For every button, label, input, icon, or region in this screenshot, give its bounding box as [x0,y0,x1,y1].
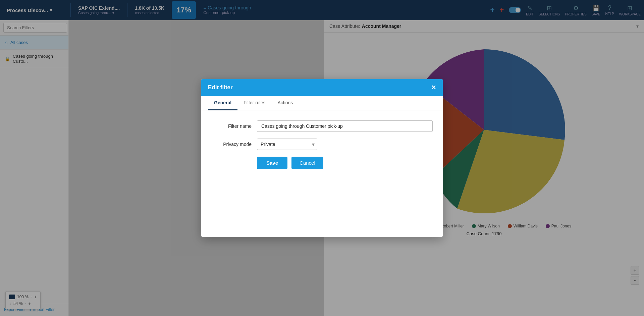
save-button[interactable]: Save [257,157,287,169]
modal-tabs: General Filter rules Actions [201,96,443,110]
edit-filter-modal: Edit filter ✕ General Filter rules Actio… [201,79,443,237]
privacy-mode-select[interactable]: Private Public Shared [257,139,317,150]
tab-actions[interactable]: Actions [272,96,299,110]
privacy-mode-select-wrap: Private Public Shared ▾ [257,139,317,150]
modal-overlay: Edit filter ✕ General Filter rules Actio… [0,0,644,316]
filter-name-label: Filter name [211,123,252,129]
filter-name-input[interactable] [257,120,433,132]
modal-title: Edit filter [208,84,233,91]
cancel-button[interactable]: Cancel [291,157,323,169]
privacy-mode-label: Privacy mode [211,142,252,147]
modal-header: Edit filter ✕ [201,79,443,96]
modal-body: Filter name Privacy mode Private Public … [201,110,443,179]
modal-close-btn[interactable]: ✕ [431,84,436,91]
filter-name-row: Filter name [211,120,433,132]
privacy-mode-row: Privacy mode Private Public Shared ▾ [211,139,433,150]
tab-filter-rules[interactable]: Filter rules [237,96,271,110]
tab-general[interactable]: General [208,96,237,110]
modal-btn-row: Save Cancel [211,157,433,169]
